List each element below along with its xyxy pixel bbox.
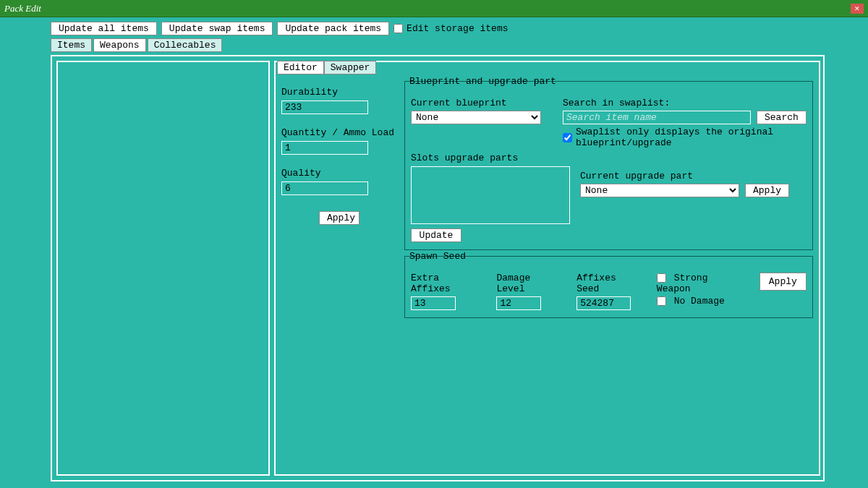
update-swap-button[interactable]: Update swap items (161, 22, 273, 35)
right-column: Blueprint and upgrade part Current bluep… (404, 81, 813, 318)
affixes-seed-input[interactable] (576, 296, 631, 310)
current-upgrade-select[interactable]: None (580, 184, 739, 197)
main-tab-bar: Items Weapons Collecables (0, 38, 868, 52)
current-blueprint-select[interactable]: None (411, 111, 541, 124)
editor-panel: Editor Swapper Durability Quantity / Amm… (274, 61, 820, 476)
damage-level-input[interactable] (496, 296, 541, 310)
edit-storage-checkbox-input[interactable] (393, 24, 403, 33)
quality-input[interactable] (281, 181, 368, 195)
swaplist-filter-checkbox-input[interactable] (563, 133, 572, 142)
current-upgrade-label: Current upgrade part (580, 171, 789, 181)
extra-affixes-input[interactable] (411, 296, 456, 310)
tab-editor[interactable]: Editor (277, 61, 324, 74)
no-damage-label: No Damage (674, 296, 725, 307)
close-icon[interactable]: ✕ (851, 4, 864, 14)
quantity-label: Quantity / Ammo Load (281, 127, 397, 138)
search-button[interactable]: Search (757, 111, 807, 124)
slots-upgrade-list[interactable] (411, 166, 570, 224)
current-blueprint-label: Current blueprint (411, 98, 541, 108)
spawn-seed-title: Spawn Seed (408, 251, 467, 262)
search-swaplist-input[interactable] (563, 111, 751, 124)
stats-column: Durability Quantity / Ammo Load Quality … (281, 81, 397, 318)
toolbar: Update all items Update swap items Updat… (0, 17, 868, 38)
upgrade-apply-button[interactable]: Apply (745, 184, 789, 197)
durability-input[interactable] (281, 100, 368, 114)
swaplist-filter-checkbox[interactable]: Swaplist only displays the original blue… (563, 127, 807, 148)
tab-weapons[interactable]: Weapons (93, 38, 146, 52)
edit-storage-label: Edit storage items (407, 23, 508, 34)
extra-affixes-label: Extra Affixes (411, 273, 483, 294)
no-damage-checkbox[interactable]: No Damage (657, 296, 746, 307)
stats-apply-button[interactable]: Apply (319, 211, 359, 225)
quality-label: Quality (281, 168, 397, 179)
window-title: Pack Edit (4, 3, 41, 14)
search-swaplist-label: Search in swaplist: (563, 98, 807, 108)
seed-apply-button[interactable]: Apply (760, 273, 807, 291)
edit-storage-checkbox[interactable]: Edit storage items (393, 23, 508, 34)
strong-weapon-checkbox-input[interactable] (657, 273, 666, 283)
strong-weapon-checkbox[interactable]: Strong Weapon (657, 273, 746, 294)
quantity-input[interactable] (281, 141, 368, 155)
swaplist-filter-label: Swaplist only displays the original blue… (576, 127, 807, 148)
update-all-button[interactable]: Update all items (51, 22, 157, 35)
sub-tab-bar: Editor Swapper (277, 61, 376, 74)
item-list-panel[interactable] (56, 61, 270, 476)
slots-upgrade-label: Slots upgrade parts (411, 153, 518, 163)
no-damage-checkbox-input[interactable] (657, 296, 666, 306)
editor-body: Durability Quantity / Ammo Load Quality … (281, 81, 813, 318)
blueprint-group: Blueprint and upgrade part Current bluep… (404, 81, 813, 250)
update-pack-button[interactable]: Update pack items (277, 22, 389, 35)
tab-swapper[interactable]: Swapper (324, 61, 377, 74)
spawn-seed-group: Spawn Seed Extra Affixes Damage Level Af… (404, 256, 813, 318)
tab-items[interactable]: Items (51, 38, 92, 52)
affixes-seed-label: Affixes Seed (576, 273, 644, 294)
tab-collecables[interactable]: Collecables (148, 38, 223, 52)
blueprint-group-title: Blueprint and upgrade part (408, 76, 558, 87)
blueprint-update-button[interactable]: Update (411, 228, 461, 242)
durability-label: Durability (281, 87, 397, 98)
damage-level-label: Damage Level (496, 273, 563, 294)
content-area: Editor Swapper Durability Quantity / Amm… (51, 55, 825, 481)
title-bar: Pack Edit ✕ (0, 0, 868, 17)
